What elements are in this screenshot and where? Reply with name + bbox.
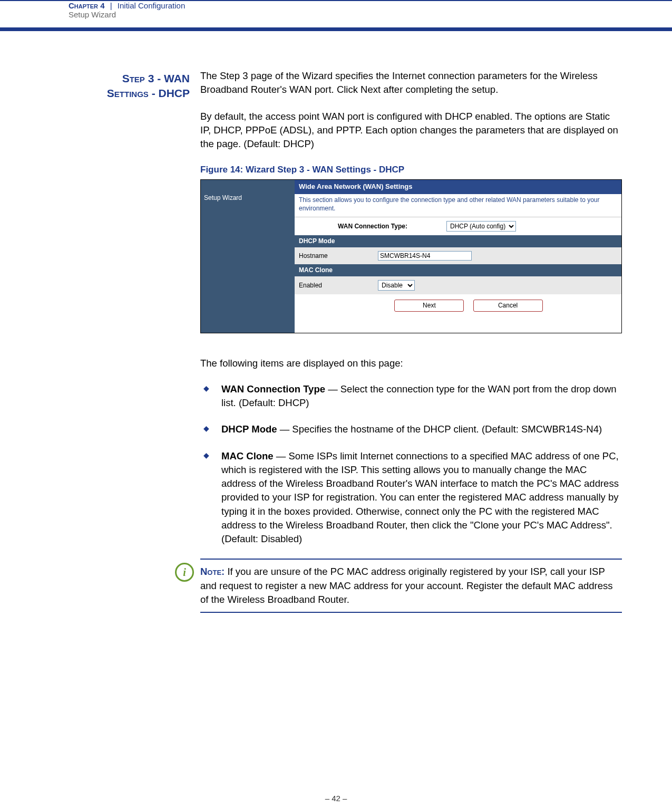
chapter-label: Chapter 4 [69,1,105,10]
note-label: Note: [200,566,225,577]
next-button[interactable]: Next [394,300,464,312]
bullet-dhcp-mode: DHCP Mode — Specifies the hostname of th… [200,422,622,436]
figure-title-bar: Wide Area Network (WAN) Settings [295,180,621,194]
note-text: If you are unsure of the PC MAC address … [200,566,613,605]
info-icon: i [175,563,194,582]
hostname-input[interactable] [378,251,472,261]
bullet-1-label: WAN Connection Type [221,383,325,395]
figure-description: This section allows you to configure the… [295,194,621,217]
figure-screenshot: Setup Wizard Wide Area Network (WAN) Set… [200,179,622,333]
mac-clone-select[interactable]: Disable [378,280,415,291]
figure-caption: Figure 14: Wizard Step 3 - WAN Settings … [200,163,622,176]
section-heading-line1: Step 3 - WAN [122,72,190,84]
figure-sidebar: Setup Wizard [201,180,295,333]
dhcp-mode-header: DHCP Mode [295,235,621,247]
chapter-subtitle: Setup Wizard [69,10,672,19]
section-heading: Step 3 - WAN Settings - DHCP [0,71,190,101]
wan-conn-type-select[interactable]: DHCP (Auto config) [446,221,516,232]
paragraph-1: The Step 3 page of the Wizard specifies … [200,69,622,97]
paragraph-2: By default, the access point WAN port is… [200,110,622,151]
chapter-title: Initial Configuration [118,1,185,10]
section-heading-line2: Settings - DHCP [0,86,190,101]
figure-sidebar-label: Setup Wizard [204,194,242,203]
cancel-button[interactable]: Cancel [473,300,543,312]
bullet-mac-clone: MAC Clone — Some ISPs limit Internet con… [200,449,622,546]
bullet-3-text: — Some ISPs limit Internet connections t… [221,450,619,545]
bullet-2-label: DHCP Mode [221,424,277,435]
wan-conn-type-label: WAN Connection Type: [299,222,446,231]
bullet-wan-connection-type: WAN Connection Type — Select the connect… [200,382,622,410]
page-header: Chapter 4 | Initial Configuration Setup … [0,0,672,31]
mac-clone-header: MAC Clone [295,264,621,276]
hostname-label: Hostname [299,252,378,261]
items-intro: The following items are displayed on thi… [200,357,622,370]
bullet-3-label: MAC Clone [221,450,274,461]
enabled-label: Enabled [299,281,378,290]
page-number: – 42 – [0,794,672,803]
bullet-2-text: — Specifies the hostname of the DHCP cli… [277,424,602,435]
note-block: i Note: If you are unsure of the PC MAC … [200,559,622,613]
header-separator: | [107,1,115,10]
